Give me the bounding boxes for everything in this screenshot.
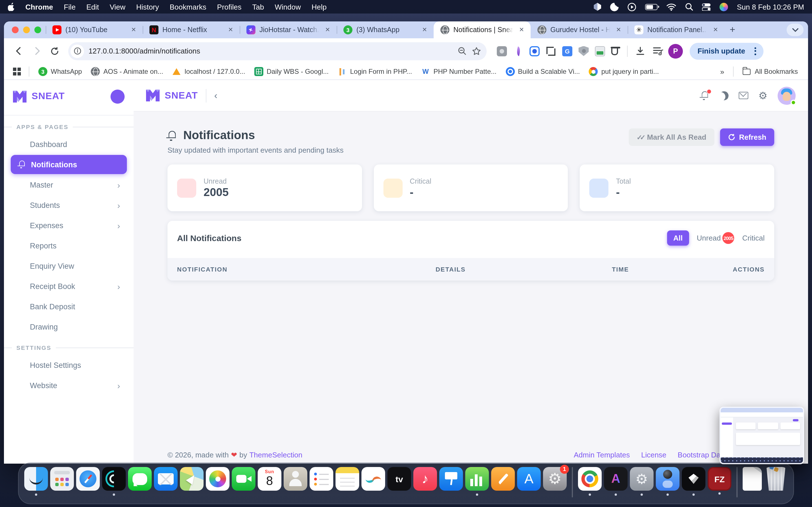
tab[interactable]: JioHotstar - Watch... × (240, 21, 337, 38)
bookmark-item[interactable]: PHP Number Patte... (417, 65, 500, 78)
tab-close-icon[interactable]: × (323, 25, 332, 34)
sidebar-item[interactable]: Reports (11, 236, 127, 255)
menu-item[interactable]: View (110, 3, 125, 11)
profile-avatar[interactable]: P (668, 44, 683, 58)
tab-close-icon[interactable]: × (226, 25, 235, 34)
bookmark-item[interactable]: WhatsApp (35, 65, 86, 78)
camera-extension-icon[interactable] (497, 46, 507, 56)
tab-close-icon[interactable]: × (614, 25, 623, 34)
menu-clock[interactable]: Sun 8 Feb 10:26 PM (737, 3, 804, 11)
dock-app[interactable] (517, 467, 541, 491)
tab[interactable]: (3) WhatsApp × (337, 21, 434, 38)
bookmark-item[interactable]: Daily WBS - Googl... (251, 65, 332, 78)
battery-icon[interactable] (645, 4, 658, 10)
filter-button[interactable]: Unread 2005 (697, 232, 734, 244)
screenshot-preview[interactable] (719, 407, 804, 464)
tabs-extension-icon[interactable] (595, 46, 605, 56)
dock-app[interactable] (336, 467, 359, 491)
themeselection-link[interactable]: ThemeSelection (249, 451, 302, 459)
menu-item[interactable]: Help (312, 3, 327, 11)
bookmark-item[interactable]: localhost / 127.0.0... (169, 65, 249, 78)
url-text[interactable]: 127.0.0.1:8000/admin/notifications (89, 47, 458, 55)
sidebar-item[interactable]: Dashboard (11, 135, 127, 154)
sidebar-item[interactable]: Drawing (11, 317, 127, 336)
dock-app[interactable] (76, 467, 100, 491)
dock-app[interactable] (764, 467, 788, 491)
tab-close-icon[interactable]: × (420, 25, 429, 34)
dock-app[interactable] (180, 467, 204, 491)
dock-app[interactable] (284, 467, 307, 491)
dock-app[interactable] (102, 467, 126, 491)
dock-app[interactable] (24, 467, 48, 491)
menu-item[interactable]: Profiles (217, 3, 242, 11)
control-center-icon[interactable] (702, 3, 711, 10)
dock-app[interactable] (413, 467, 437, 491)
sidebar-item[interactable]: Bank Deposit (11, 297, 127, 316)
bookmarks-overflow-icon[interactable]: » (717, 67, 727, 76)
dock-app[interactable] (154, 467, 177, 491)
tab[interactable]: Gurudev Hostel - H... × (530, 21, 627, 38)
feather-extension-icon[interactable] (513, 46, 523, 56)
filter-button[interactable]: Critical (742, 234, 765, 242)
shield-extension-icon[interactable] (578, 46, 589, 56)
brand[interactable]: SNEAT (13, 91, 65, 102)
dock-app[interactable] (50, 467, 74, 491)
wifi-icon[interactable] (666, 3, 676, 10)
spotlight-search-icon[interactable] (685, 3, 693, 11)
navbar-brand[interactable]: SNEAT (146, 90, 198, 101)
tab[interactable]: Notifications | Snea... × (434, 21, 530, 38)
user-avatar[interactable] (777, 87, 796, 105)
sidebar-item[interactable]: Enquiry View (11, 256, 127, 276)
dock-app[interactable] (682, 467, 705, 491)
tab-search-button[interactable] (786, 24, 804, 36)
apps-grid-icon[interactable] (13, 68, 21, 75)
bookmark-item[interactable]: AOS - Animate on... (88, 65, 167, 78)
dock-app[interactable] (604, 467, 627, 491)
reload-icon[interactable] (47, 43, 63, 59)
close-window-button[interactable] (12, 26, 18, 33)
mail-icon[interactable] (739, 92, 748, 99)
menu-item[interactable]: Chrome (26, 3, 53, 11)
swirl-status-icon[interactable] (610, 3, 619, 11)
zoom-page-icon[interactable] (458, 47, 466, 55)
dark-mode-icon[interactable] (719, 91, 728, 100)
menu-item[interactable]: Bookmarks (170, 3, 206, 11)
dock-app[interactable] (743, 467, 762, 491)
play-status-icon[interactable] (627, 3, 636, 11)
filter-button[interactable]: All (667, 230, 689, 245)
notifications-bell-icon[interactable] (700, 91, 709, 100)
bookmark-item[interactable]: Build a Scalable Vi... (502, 65, 583, 78)
dock-app[interactable] (206, 467, 230, 491)
tab[interactable]: Notification Panel... × (627, 21, 725, 38)
sidebar-pin-toggle[interactable] (110, 89, 124, 103)
sidebar-item[interactable]: Master (11, 175, 127, 194)
tab[interactable]: Home - Netflix × (143, 21, 240, 38)
tab-close-icon[interactable]: × (129, 25, 138, 34)
translate-extension-icon[interactable] (562, 46, 572, 56)
prism-status-icon[interactable] (594, 3, 601, 11)
sidebar-item[interactable]: Students (11, 195, 127, 215)
minimize-window-button[interactable] (23, 26, 30, 33)
reading-list-icon[interactable] (650, 43, 666, 59)
back-icon[interactable] (11, 43, 27, 59)
menu-item[interactable]: Edit (86, 3, 99, 11)
menu-item[interactable]: Window (275, 3, 301, 11)
all-bookmarks-button[interactable]: All Bookmarks (740, 66, 801, 77)
tab[interactable]: (10) YouTube × (46, 21, 143, 38)
dock-app[interactable] (310, 467, 333, 491)
sidebar-item[interactable]: Receipt Book (11, 277, 127, 296)
refresh-button[interactable]: Refresh (720, 128, 774, 146)
extensions-menu-icon[interactable] (611, 47, 618, 55)
bookmark-item[interactable]: put jquery in parti... (586, 65, 662, 78)
menu-item[interactable]: File (64, 3, 75, 11)
sidebar-item[interactable]: Website (11, 376, 127, 395)
recorder-extension-icon[interactable] (529, 46, 540, 56)
dock-app[interactable] (708, 467, 731, 491)
sidebar-item[interactable]: Hostel Settings (11, 355, 127, 375)
bookmark-star-icon[interactable] (472, 47, 481, 55)
sidebar-item[interactable]: Expenses (11, 216, 127, 235)
bookmark-item[interactable]: Login Form in PHP... (335, 65, 416, 78)
address-bar[interactable]: 127.0.0.1:8000/admin/notifications (68, 42, 487, 60)
finish-update-button[interactable]: Finish update (690, 43, 763, 59)
menu-item[interactable]: Tab (252, 3, 264, 11)
